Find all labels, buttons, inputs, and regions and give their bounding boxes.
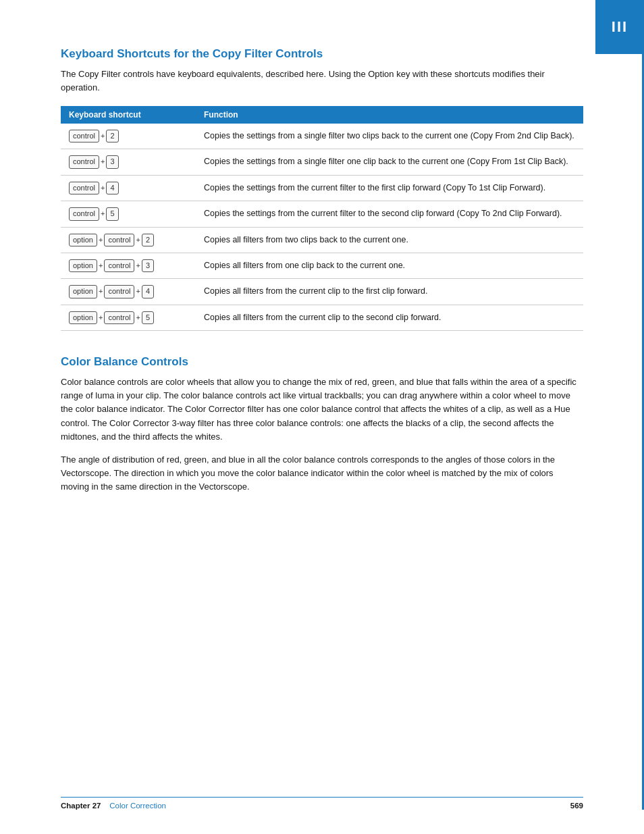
shortcut-keys-cell: control+5: [61, 201, 196, 227]
table-row: control+4Copies the settings from the cu…: [61, 175, 583, 201]
footer-chapter-label: Chapter 27: [61, 802, 101, 810]
chapter-tab: III: [595, 0, 644, 54]
kbd-key: control: [104, 311, 134, 324]
kbd-key: option: [69, 234, 97, 246]
section1-title: Keyboard Shortcuts for the Copy Filter C…: [61, 47, 583, 61]
kbd-plus: +: [136, 313, 140, 323]
shortcut-description-cell: Copies the settings from the current fil…: [196, 175, 583, 201]
page-footer: Chapter 27 Color Correction 569: [61, 797, 583, 810]
chapter-tab-label: III: [612, 18, 628, 36]
col-keyboard-shortcut: Keyboard shortcut: [61, 106, 196, 124]
table-header-row: Keyboard shortcut Function: [61, 106, 583, 124]
kbd-key: control: [104, 285, 134, 298]
kbd-key: option: [69, 259, 97, 272]
kbd-key: control: [104, 234, 134, 246]
table-row: control+5Copies the settings from the cu…: [61, 201, 583, 227]
section2-title: Color Balance Controls: [61, 355, 583, 369]
kbd-plus: +: [99, 313, 103, 323]
kbd-key: control: [69, 182, 99, 194]
section1-intro: The Copy Filter controls have keyboard e…: [61, 68, 583, 94]
table-row: option+control+2Copies all filters from …: [61, 227, 583, 253]
kbd-key: 4: [142, 285, 154, 298]
footer-chapter-name: Color Correction: [109, 802, 166, 810]
footer-left: Chapter 27 Color Correction: [61, 802, 166, 810]
kbd-plus: +: [101, 183, 105, 193]
section-keyboard-shortcuts: Keyboard Shortcuts for the Copy Filter C…: [61, 47, 583, 331]
shortcut-keys-cell: option+control+5: [61, 305, 196, 330]
kbd-plus: +: [101, 131, 105, 141]
kbd-key: control: [104, 259, 134, 272]
kbd-key: option: [69, 285, 97, 298]
table-row: option+control+4Copies all filters from …: [61, 279, 583, 305]
kbd-key: control: [69, 207, 99, 220]
section-color-balance: Color Balance Controls Color balance con…: [61, 355, 583, 494]
kbd-key: 3: [106, 155, 118, 168]
section2-para1: Color balance controls are color wheels …: [61, 375, 583, 444]
kbd-key: 2: [142, 234, 154, 246]
kbd-plus: +: [136, 235, 140, 245]
shortcuts-table: Keyboard shortcut Function control+2Copi…: [61, 106, 583, 331]
shortcut-keys-cell: option+control+2: [61, 227, 196, 253]
shortcut-keys-cell: control+4: [61, 175, 196, 201]
shortcut-keys-cell: option+control+3: [61, 253, 196, 278]
kbd-plus: +: [99, 261, 103, 271]
col-function: Function: [196, 106, 583, 124]
kbd-plus: +: [99, 286, 103, 296]
table-row: option+control+3Copies all filters from …: [61, 253, 583, 278]
kbd-plus: +: [101, 209, 105, 219]
shortcut-keys-cell: control+2: [61, 124, 196, 149]
shortcut-description-cell: Copies all filters from the current clip…: [196, 279, 583, 305]
kbd-key: 5: [106, 207, 118, 220]
kbd-key: control: [69, 130, 99, 142]
kbd-plus: +: [99, 235, 103, 245]
page-container: III Keyboard Shortcuts for the Copy Filt…: [0, 0, 644, 834]
shortcut-description-cell: Copies all filters from two clips back t…: [196, 227, 583, 253]
kbd-key: 5: [142, 311, 154, 324]
shortcut-description-cell: Copies the settings from the current fil…: [196, 201, 583, 227]
kbd-key: 2: [106, 130, 118, 142]
kbd-key: 3: [142, 259, 154, 272]
kbd-key: 4: [106, 182, 118, 194]
shortcut-description-cell: Copies all filters from one clip back to…: [196, 253, 583, 278]
table-row: control+3Copies the settings from a sing…: [61, 149, 583, 175]
kbd-plus: +: [136, 261, 140, 271]
footer-separator: [103, 802, 107, 810]
shortcut-description-cell: Copies all filters from the current clip…: [196, 305, 583, 330]
shortcut-keys-cell: control+3: [61, 149, 196, 175]
kbd-key: option: [69, 311, 97, 324]
shortcut-keys-cell: option+control+4: [61, 279, 196, 305]
table-row: control+2Copies the settings from a sing…: [61, 124, 583, 149]
kbd-plus: +: [101, 157, 105, 167]
shortcut-description-cell: Copies the settings from a single filter…: [196, 149, 583, 175]
kbd-key: control: [69, 155, 99, 168]
table-row: option+control+5Copies all filters from …: [61, 305, 583, 330]
section2-para2: The angle of distribution of red, green,…: [61, 453, 583, 494]
footer-page-number: 569: [570, 802, 583, 810]
kbd-plus: +: [136, 286, 140, 296]
shortcut-description-cell: Copies the settings from a single filter…: [196, 124, 583, 149]
